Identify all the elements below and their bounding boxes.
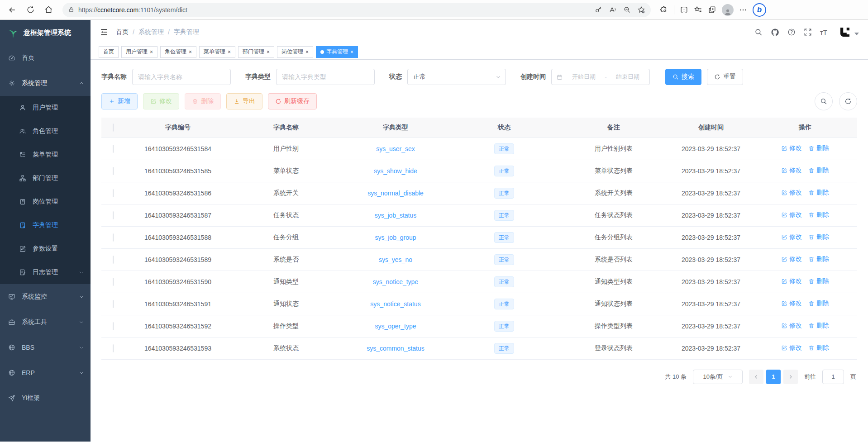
row-checkbox[interactable] xyxy=(113,344,114,352)
row-delete-link[interactable]: 删除 xyxy=(808,233,829,241)
dict-type-link[interactable]: sys_job_status xyxy=(375,212,417,219)
breadcrumb-item[interactable]: 首页 xyxy=(116,28,129,36)
row-edit-link[interactable]: 修改 xyxy=(781,144,802,152)
row-edit-link[interactable]: 修改 xyxy=(781,211,802,219)
row-checkbox[interactable] xyxy=(113,189,114,197)
row-delete-link[interactable]: 删除 xyxy=(808,344,829,352)
collections-icon[interactable] xyxy=(708,5,716,14)
tab-首页[interactable]: 首页 xyxy=(99,46,119,58)
split-screen-icon[interactable] xyxy=(680,5,688,14)
row-checkbox[interactable] xyxy=(113,167,114,175)
row-delete-link[interactable]: 删除 xyxy=(808,299,829,308)
row-checkbox[interactable] xyxy=(113,300,114,308)
删除-button[interactable]: 删除 xyxy=(185,93,221,109)
sidebar-item-ERP[interactable]: ERP xyxy=(0,360,91,385)
tab-角色管理[interactable]: 角色管理× xyxy=(160,46,196,58)
sidebar-item-字典管理[interactable]: 字典管理 xyxy=(0,214,91,237)
tab-菜单管理[interactable]: 菜单管理× xyxy=(199,46,235,58)
dict-type-link[interactable]: sys_job_group xyxy=(375,234,416,241)
favorite-star-add-icon[interactable] xyxy=(637,6,645,14)
row-delete-link[interactable]: 删除 xyxy=(808,322,829,330)
sidebar-item-系统工具[interactable]: 系统工具 xyxy=(0,309,91,335)
date-range-picker[interactable]: 开始日期 - 结束日期 xyxy=(551,69,650,85)
row-delete-link[interactable]: 删除 xyxy=(808,255,829,263)
address-bar[interactable]: https://ccnetcore.com:1101/system/dict xyxy=(62,3,651,17)
status-select[interactable]: 正常 xyxy=(407,69,506,85)
user-menu[interactable] xyxy=(838,25,859,39)
goto-page-input[interactable] xyxy=(822,370,844,384)
select-all-checkbox[interactable] xyxy=(113,124,114,132)
dict-type-link[interactable]: sys_notice_type xyxy=(373,278,418,285)
close-icon[interactable]: × xyxy=(150,49,153,55)
row-checkbox[interactable] xyxy=(113,211,114,219)
refresh-table-button[interactable] xyxy=(839,92,857,110)
dict-type-link[interactable]: sys_normal_disable xyxy=(367,190,424,197)
row-delete-link[interactable]: 删除 xyxy=(808,166,829,175)
read-aloud-icon[interactable] xyxy=(609,6,617,14)
close-icon[interactable]: × xyxy=(228,49,231,55)
dict-type-link[interactable]: sys_yes_no xyxy=(379,256,412,263)
password-key-icon[interactable] xyxy=(595,6,602,14)
close-icon[interactable]: × xyxy=(189,49,192,55)
github-icon[interactable] xyxy=(771,28,779,37)
page-size-select[interactable]: 10条/页 xyxy=(693,370,743,384)
row-delete-link[interactable]: 删除 xyxy=(808,144,829,152)
sidebar-item-系统监控[interactable]: 系统监控 xyxy=(0,284,91,309)
row-edit-link[interactable]: 修改 xyxy=(781,299,802,308)
search-button[interactable]: 搜索 xyxy=(665,69,701,85)
row-edit-link[interactable]: 修改 xyxy=(781,166,802,175)
reset-button[interactable]: 重置 xyxy=(707,69,743,85)
row-checkbox[interactable] xyxy=(113,233,114,242)
lock-icon[interactable] xyxy=(68,6,75,13)
bing-discover-icon[interactable]: b xyxy=(753,3,766,17)
url-text[interactable]: https://ccnetcore.com:1101/system/dict xyxy=(78,6,591,14)
favorites-bar-icon[interactable] xyxy=(694,5,702,14)
row-checkbox[interactable] xyxy=(113,145,114,153)
sidebar-item-日志管理[interactable]: 日志管理 xyxy=(0,261,91,284)
row-delete-link[interactable]: 删除 xyxy=(808,211,829,219)
dict-type-link[interactable]: sys_show_hide xyxy=(374,167,417,175)
prev-page-button[interactable] xyxy=(749,370,763,384)
row-edit-link[interactable]: 修改 xyxy=(781,277,802,285)
show-search-toggle-button[interactable] xyxy=(815,92,833,110)
page-number-1[interactable]: 1 xyxy=(766,370,781,384)
close-icon[interactable]: × xyxy=(350,49,353,55)
row-edit-link[interactable]: 修改 xyxy=(781,322,802,330)
修改-button[interactable]: 修改 xyxy=(143,93,179,109)
sidebar-item-首页[interactable]: 首页 xyxy=(0,45,91,71)
sidebar-item-部门管理[interactable]: 部门管理 xyxy=(0,166,91,190)
tab-岗位管理[interactable]: 岗位管理× xyxy=(277,46,313,58)
sidebar-item-BBS[interactable]: BBS xyxy=(0,335,91,360)
dict-type-link[interactable]: sys_oper_type xyxy=(375,323,416,330)
新增-button[interactable]: 新增 xyxy=(101,93,138,109)
刷新缓存-button[interactable]: 刷新缓存 xyxy=(268,93,317,109)
sidebar-item-Yi框架[interactable]: Yi框架 xyxy=(0,385,91,411)
sidebar-item-用户管理[interactable]: 用户管理 xyxy=(0,96,91,119)
sidebar-fold-icon[interactable] xyxy=(100,28,109,37)
row-edit-link[interactable]: 修改 xyxy=(781,233,802,241)
close-icon[interactable]: × xyxy=(267,49,270,55)
next-page-button[interactable] xyxy=(783,370,798,384)
sidebar-item-岗位管理[interactable]: 岗位管理 xyxy=(0,190,91,214)
tab-部门管理[interactable]: 部门管理× xyxy=(238,46,274,58)
profile-avatar[interactable] xyxy=(722,4,734,16)
dict-type-input[interactable] xyxy=(276,69,375,85)
tab-字典管理[interactable]: 字典管理× xyxy=(316,46,358,58)
row-delete-link[interactable]: 删除 xyxy=(808,277,829,285)
help-icon[interactable] xyxy=(787,28,796,36)
row-delete-link[interactable]: 删除 xyxy=(808,189,829,197)
close-icon[interactable]: × xyxy=(305,49,309,55)
font-size-icon[interactable]: тT xyxy=(820,29,827,36)
dict-type-link[interactable]: sys_common_status xyxy=(367,345,424,352)
browser-back-icon[interactable] xyxy=(5,2,20,18)
row-checkbox[interactable] xyxy=(113,278,114,286)
sidebar-item-菜单管理[interactable]: 菜单管理 xyxy=(0,143,91,166)
row-edit-link[interactable]: 修改 xyxy=(781,255,802,263)
sidebar-item-系统管理[interactable]: 系统管理 xyxy=(0,71,91,96)
sidebar-item-参数设置[interactable]: 参数设置 xyxy=(0,237,91,261)
row-edit-link[interactable]: 修改 xyxy=(781,344,802,352)
dict-name-input[interactable] xyxy=(132,69,231,85)
tab-用户管理[interactable]: 用户管理× xyxy=(121,46,157,58)
row-edit-link[interactable]: 修改 xyxy=(781,189,802,197)
row-checkbox[interactable] xyxy=(113,322,114,330)
